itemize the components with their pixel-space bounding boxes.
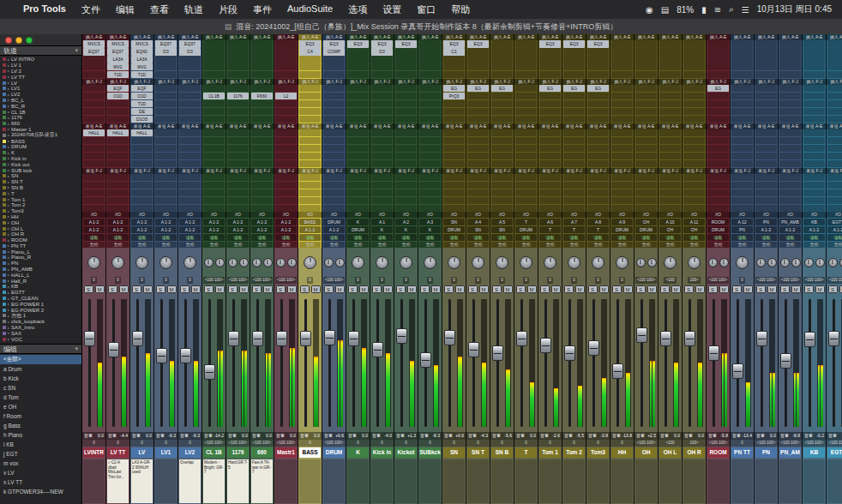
pan-value[interactable]: <100 [664, 277, 676, 284]
input-path-selector[interactable]: A 1-2 [275, 219, 297, 225]
insert-slot[interactable]: EQ3 [443, 40, 465, 47]
group-list-item[interactable]: b Kick [0, 374, 81, 383]
insert-slot[interactable] [731, 48, 753, 55]
output-path-selector[interactable]: A 1-2 [251, 226, 273, 233]
send-slot[interactable] [227, 189, 249, 196]
output-path-selector[interactable]: DRUM [707, 226, 729, 233]
pan-value[interactable]: 0 [475, 277, 481, 284]
send-slot[interactable] [443, 205, 465, 212]
insert-slot[interactable] [83, 93, 105, 99]
input-path-selector[interactable]: A 1-2 [83, 219, 105, 225]
send-slot[interactable] [395, 197, 417, 204]
insert-slot[interactable] [803, 48, 825, 55]
insert-slot[interactable] [611, 85, 633, 92]
insert-slot[interactable] [467, 93, 489, 99]
send-slot[interactable] [251, 153, 273, 159]
solo-button[interactable]: S [204, 285, 214, 293]
send-slot[interactable] [179, 182, 201, 189]
volume-value[interactable]: 0.0 [770, 432, 776, 440]
mute-button[interactable]: M [671, 285, 681, 293]
tracks-panel-header[interactable]: 轨道 ▾ [0, 45, 81, 56]
send-slot[interactable] [563, 182, 585, 189]
send-slot[interactable] [827, 205, 842, 212]
send-slot[interactable] [707, 205, 729, 212]
send-slot[interactable] [587, 174, 609, 181]
insert-slot[interactable]: LA3A [131, 56, 153, 63]
send-slot[interactable] [83, 153, 105, 159]
track-name-button[interactable]: LV TT [107, 447, 129, 458]
insert-slot[interactable] [347, 48, 369, 55]
channel-strip[interactable]: 插入 A-E插入 F-J发送 A-E发送 F-JI/OA 9DRUM读取无组0S… [610, 34, 634, 504]
pan-value[interactable]: 0 [523, 277, 529, 284]
send-slot[interactable] [83, 197, 105, 204]
send-slot[interactable] [83, 145, 105, 152]
send-slot[interactable] [611, 189, 633, 196]
insert-slot[interactable] [275, 108, 297, 115]
send-slot[interactable] [203, 137, 225, 144]
pan-knob[interactable] [636, 258, 646, 267]
channel-strip[interactable]: 插入 A-EEQ3插入 F-J发送 A-E发送 F-JI/OA 2K读取无组0S… [394, 34, 418, 504]
mute-button[interactable]: M [479, 285, 489, 293]
send-slot[interactable] [395, 174, 417, 181]
pan-knob[interactable] [424, 256, 436, 269]
menu-item[interactable]: 设置 [375, 3, 409, 16]
insert-slot[interactable] [395, 100, 417, 107]
input-path-selector[interactable]: A 5 [491, 219, 513, 225]
track-comment[interactable]: Fast A TK-war m;GR-7 [251, 459, 273, 503]
send-slot[interactable] [827, 174, 842, 181]
pan-value[interactable]: <100 100> [707, 277, 730, 284]
insert-slot[interactable] [395, 85, 417, 92]
track-list-item[interactable]: ▸PN [0, 261, 81, 267]
send-slot[interactable] [683, 189, 705, 196]
automation-mode-selector[interactable]: 读取 [227, 234, 249, 241]
output-path-selector[interactable]: OH [683, 226, 705, 233]
send-slot[interactable] [587, 189, 609, 196]
automation-mode-selector[interactable]: 读取 [707, 234, 729, 241]
mute-button[interactable]: M [719, 285, 729, 293]
insert-slot[interactable]: F660 [251, 93, 273, 99]
pan-value[interactable]: <100 100> [275, 277, 298, 284]
send-slot[interactable] [227, 174, 249, 181]
send-slot[interactable] [587, 160, 609, 167]
insert-slot[interactable] [755, 71, 777, 78]
send-slot[interactable] [683, 129, 705, 136]
insert-slot[interactable] [419, 100, 441, 107]
insert-slot[interactable] [179, 71, 201, 78]
insert-slot[interactable] [755, 93, 777, 99]
insert-slot[interactable] [827, 93, 842, 99]
insert-slot[interactable] [467, 56, 489, 63]
solo-button[interactable]: S [324, 285, 334, 293]
pan-knob[interactable] [400, 256, 412, 269]
send-slot[interactable] [683, 160, 705, 167]
insert-slot[interactable] [491, 63, 513, 70]
output-path-selector[interactable]: T [587, 226, 609, 233]
pan-knob[interactable] [496, 256, 508, 269]
insert-slot[interactable] [563, 93, 585, 99]
input-path-selector[interactable]: A 8 [587, 219, 609, 225]
send-slot[interactable] [155, 129, 177, 136]
fader-handle[interactable] [684, 331, 695, 346]
insert-slot[interactable] [443, 71, 465, 78]
send-slot[interactable] [611, 129, 633, 136]
send-slot[interactable] [203, 153, 225, 159]
insert-slot[interactable] [299, 56, 321, 63]
send-slot[interactable] [611, 197, 633, 204]
send-slot[interactable] [443, 174, 465, 181]
insert-slot[interactable] [443, 116, 465, 123]
insert-slot[interactable] [779, 116, 801, 123]
insert-slot[interactable] [323, 56, 345, 63]
input-path-selector[interactable]: A 1-2 [179, 219, 201, 225]
mute-button[interactable]: M [95, 285, 105, 293]
send-slot[interactable] [563, 197, 585, 204]
group-assignment-selector[interactable]: 无组 [83, 242, 105, 248]
send-slot[interactable] [563, 137, 585, 144]
pan-knob[interactable] [647, 258, 657, 267]
pan-knob[interactable] [159, 256, 172, 269]
output-path-selector[interactable]: SN [467, 226, 489, 233]
send-slot[interactable] [491, 205, 513, 212]
insert-slot[interactable] [827, 85, 842, 92]
track-comment[interactable] [515, 459, 537, 503]
insert-slot[interactable] [827, 108, 842, 115]
insert-slot[interactable] [203, 85, 225, 92]
track-name-button[interactable]: LV [131, 447, 153, 458]
